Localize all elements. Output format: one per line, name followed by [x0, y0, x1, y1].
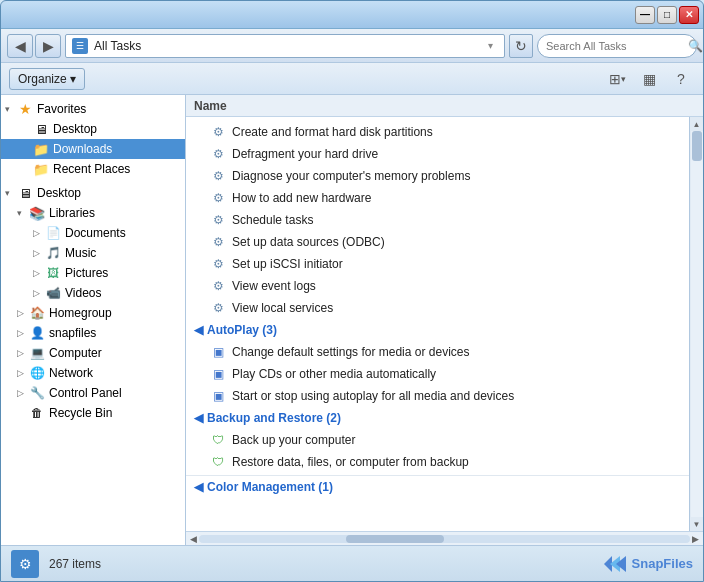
- item-label: Play CDs or other media automatically: [232, 367, 436, 381]
- videos-expand: ▷: [33, 288, 45, 298]
- refresh-button[interactable]: ↻: [509, 34, 533, 58]
- list-item[interactable]: ▣ Change default settings for media or d…: [186, 341, 689, 363]
- list-item[interactable]: ⚙ Create and format hard disk partitions: [186, 121, 689, 143]
- preview-pane-button[interactable]: ▦: [635, 67, 663, 91]
- status-bar: ⚙ 267 items SnapFiles: [1, 545, 703, 581]
- maximize-button[interactable]: □: [657, 6, 677, 24]
- sidebar-item-videos[interactable]: ▷ 📹 Videos: [1, 283, 185, 303]
- address-combo[interactable]: ☰ All Tasks ▾: [65, 34, 505, 58]
- recent-label: Recent Places: [53, 162, 130, 176]
- close-button[interactable]: ✕: [679, 6, 699, 24]
- gear-icon: ⚙: [210, 146, 226, 162]
- column-header: Name: [186, 95, 703, 117]
- homegroup-expand: ▷: [17, 308, 29, 318]
- list-item[interactable]: ⚙ Set up data sources (ODBC): [186, 231, 689, 253]
- list-item[interactable]: ⚙ Diagnose your computer's memory proble…: [186, 165, 689, 187]
- scroll-up-button[interactable]: ▲: [690, 117, 704, 131]
- recycle-icon: 🗑: [29, 405, 45, 421]
- sidebar-item-favorites[interactable]: ▾ ★ Favorites: [1, 99, 185, 119]
- sidebar-item-pictures[interactable]: ▷ 🖼 Pictures: [1, 263, 185, 283]
- list-item[interactable]: ▣ Play CDs or other media automatically: [186, 363, 689, 385]
- gear-icon: ⚙: [210, 278, 226, 294]
- documents-icon: 📄: [45, 225, 61, 241]
- color-section-header[interactable]: ◀ Color Management (1): [186, 475, 689, 498]
- restore-icon: 🛡: [210, 454, 226, 470]
- media-icon: ▣: [210, 388, 226, 404]
- content-panel: Name ⚙ Create and format hard disk parti…: [186, 95, 703, 545]
- computer-icon: 💻: [29, 345, 45, 361]
- backup-section-header[interactable]: ◀ Backup and Restore (2): [186, 407, 689, 429]
- back-button[interactable]: ◀: [7, 34, 33, 58]
- h-scroll-track: [199, 535, 690, 543]
- content-list: ⚙ Create and format hard disk partitions…: [186, 117, 689, 531]
- color-collapse-icon: ◀: [194, 480, 203, 494]
- list-item[interactable]: ▣ Start or stop using autoplay for all m…: [186, 385, 689, 407]
- list-item[interactable]: ⚙ Set up iSCSI initiator: [186, 253, 689, 275]
- backup-collapse-icon: ◀: [194, 411, 203, 425]
- search-box[interactable]: 🔍: [537, 34, 697, 58]
- list-item[interactable]: ⚙ How to add new hardware: [186, 187, 689, 209]
- change-view-button[interactable]: ⊞ ▾: [603, 67, 631, 91]
- sidebar-item-snapfiles[interactable]: ▷ 👤 snapfiles: [1, 323, 185, 343]
- pictures-icon: 🖼: [45, 265, 61, 281]
- address-text: All Tasks: [94, 39, 476, 53]
- address-icon: ☰: [72, 38, 88, 54]
- list-item[interactable]: ⚙ View event logs: [186, 275, 689, 297]
- organize-button[interactable]: Organize ▾: [9, 68, 85, 90]
- autoplay-collapse-icon: ◀: [194, 323, 203, 337]
- autoplay-section-header[interactable]: ◀ AutoPlay (3): [186, 319, 689, 341]
- list-item[interactable]: 🛡 Restore data, files, or computer from …: [186, 451, 689, 473]
- scroll-down-button[interactable]: ▼: [690, 517, 704, 531]
- sidebar-item-libraries[interactable]: ▾ 📚 Libraries: [1, 203, 185, 223]
- backup-icon: 🛡: [210, 432, 226, 448]
- scroll-right-button[interactable]: ▶: [690, 534, 701, 544]
- recent-icon: 📁: [33, 161, 49, 177]
- computer-expand: ▷: [17, 348, 29, 358]
- sidebar-item-computer[interactable]: ▷ 💻 Computer: [1, 343, 185, 363]
- watermark: SnapFiles: [600, 552, 693, 576]
- videos-icon: 📹: [45, 285, 61, 301]
- network-label: Network: [49, 366, 93, 380]
- forward-button[interactable]: ▶: [35, 34, 61, 58]
- item-label: Schedule tasks: [232, 213, 313, 227]
- gear-icon: ⚙: [210, 168, 226, 184]
- list-item[interactable]: ⚙ Schedule tasks: [186, 209, 689, 231]
- downloads-icon: 📁: [33, 141, 49, 157]
- vertical-scrollbar[interactable]: ▲ ▼: [689, 117, 703, 531]
- list-item[interactable]: ⚙ View local services: [186, 297, 689, 319]
- sidebar-item-documents[interactable]: ▷ 📄 Documents: [1, 223, 185, 243]
- scroll-thumb[interactable]: [692, 131, 702, 161]
- address-dropdown-icon[interactable]: ▾: [482, 40, 498, 51]
- sidebar-item-desktop-fav[interactable]: 🖥 Desktop: [1, 119, 185, 139]
- documents-label: Documents: [65, 226, 126, 240]
- main-area: ▾ ★ Favorites 🖥 Desktop 📁 Downloads 📁 Re: [1, 95, 703, 545]
- preview-icon: ▦: [643, 71, 656, 87]
- gear-icon: ⚙: [210, 234, 226, 250]
- sidebar-item-recent-places[interactable]: 📁 Recent Places: [1, 159, 185, 179]
- snapfiles-label: snapfiles: [49, 326, 96, 340]
- sidebar-item-recycle-bin[interactable]: 🗑 Recycle Bin: [1, 403, 185, 423]
- help-button[interactable]: ?: [667, 67, 695, 91]
- network-expand: ▷: [17, 368, 29, 378]
- pictures-expand: ▷: [33, 268, 45, 278]
- sidebar-item-homegroup[interactable]: ▷ 🏠 Homegroup: [1, 303, 185, 323]
- name-column-header: Name: [194, 99, 227, 113]
- sidebar-item-music[interactable]: ▷ 🎵 Music: [1, 243, 185, 263]
- gear-icon: ⚙: [210, 124, 226, 140]
- scroll-left-button[interactable]: ◀: [188, 534, 199, 544]
- item-label: View event logs: [232, 279, 316, 293]
- scroll-track: [691, 131, 703, 517]
- horizontal-scrollbar[interactable]: ◀ ▶: [186, 531, 703, 545]
- title-bar: — □ ✕: [1, 1, 703, 29]
- control-panel-icon: 🔧: [29, 385, 45, 401]
- search-input[interactable]: [546, 40, 684, 52]
- sidebar-item-control-panel[interactable]: ▷ 🔧 Control Panel: [1, 383, 185, 403]
- minimize-button[interactable]: —: [635, 6, 655, 24]
- sidebar-item-downloads[interactable]: 📁 Downloads: [1, 139, 185, 159]
- h-scroll-thumb[interactable]: [346, 535, 444, 543]
- libraries-label: Libraries: [49, 206, 95, 220]
- sidebar-item-desktop[interactable]: ▾ 🖥 Desktop: [1, 183, 185, 203]
- list-item[interactable]: 🛡 Back up your computer: [186, 429, 689, 451]
- list-item[interactable]: ⚙ Defragment your hard drive: [186, 143, 689, 165]
- sidebar-item-network[interactable]: ▷ 🌐 Network: [1, 363, 185, 383]
